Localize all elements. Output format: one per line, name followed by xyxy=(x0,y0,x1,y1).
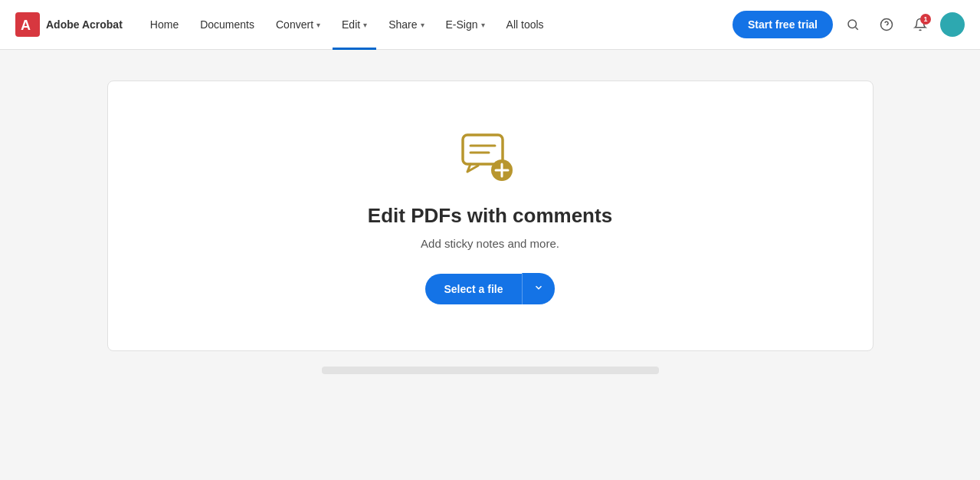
select-file-group: Select a file xyxy=(425,273,554,304)
nav-share[interactable]: Share ▾ xyxy=(379,0,433,50)
help-button[interactable] xyxy=(873,11,900,38)
select-file-button[interactable]: Select a file xyxy=(425,274,521,304)
esign-chevron-icon: ▾ xyxy=(481,21,485,29)
adobe-logo-icon: A xyxy=(15,12,40,37)
start-trial-button[interactable]: Start free trial xyxy=(733,11,833,38)
page-content: Edit PDFs with comments Add sticky notes… xyxy=(0,50,980,390)
nav-share-label: Share xyxy=(388,18,417,31)
nav-edit-label: Edit xyxy=(342,18,360,31)
convert-chevron-icon: ▾ xyxy=(316,21,320,29)
edit-chevron-icon: ▾ xyxy=(363,21,367,29)
main-card: Edit PDFs with comments Add sticky notes… xyxy=(107,81,873,351)
app-name: Adobe Acrobat xyxy=(46,18,123,31)
card-title: Edit PDFs with comments xyxy=(368,204,612,228)
share-chevron-icon: ▾ xyxy=(421,21,424,29)
nav-documents[interactable]: Documents xyxy=(191,0,264,50)
svg-point-2 xyxy=(848,20,857,28)
svg-line-3 xyxy=(855,27,857,29)
notification-badge: 1 xyxy=(920,14,931,25)
search-icon xyxy=(846,18,860,31)
nav-esign-label: E-Sign xyxy=(446,18,478,31)
nav-convert[interactable]: Convert ▾ xyxy=(267,0,329,50)
search-button[interactable] xyxy=(839,11,867,38)
chevron-down-icon xyxy=(533,282,544,293)
help-icon xyxy=(880,18,893,31)
notifications-button[interactable]: 1 xyxy=(906,11,934,38)
nav-convert-label: Convert xyxy=(276,18,313,31)
svg-text:A: A xyxy=(21,18,31,33)
navbar: A Adobe Acrobat Home Documents Convert ▾… xyxy=(0,0,980,50)
nav-alltools[interactable]: All tools xyxy=(497,0,553,50)
svg-rect-6 xyxy=(463,135,503,164)
bottom-strip xyxy=(322,367,659,374)
feature-icon-container xyxy=(460,127,521,189)
select-file-dropdown-button[interactable] xyxy=(522,273,555,304)
card-subtitle: Add sticky notes and more. xyxy=(421,237,559,250)
navbar-left: A Adobe Acrobat Home Documents Convert ▾… xyxy=(15,0,733,50)
nav-esign[interactable]: E-Sign ▾ xyxy=(437,0,494,50)
nav-links: Home Documents Convert ▾ Edit ▾ Share ▾ … xyxy=(141,0,553,50)
nav-home[interactable]: Home xyxy=(141,0,188,50)
avatar[interactable] xyxy=(940,12,965,37)
nav-edit[interactable]: Edit ▾ xyxy=(333,0,376,50)
comments-icon xyxy=(460,130,521,186)
navbar-right: Start free trial 1 xyxy=(733,11,965,38)
logo-area[interactable]: A Adobe Acrobat xyxy=(15,12,123,37)
